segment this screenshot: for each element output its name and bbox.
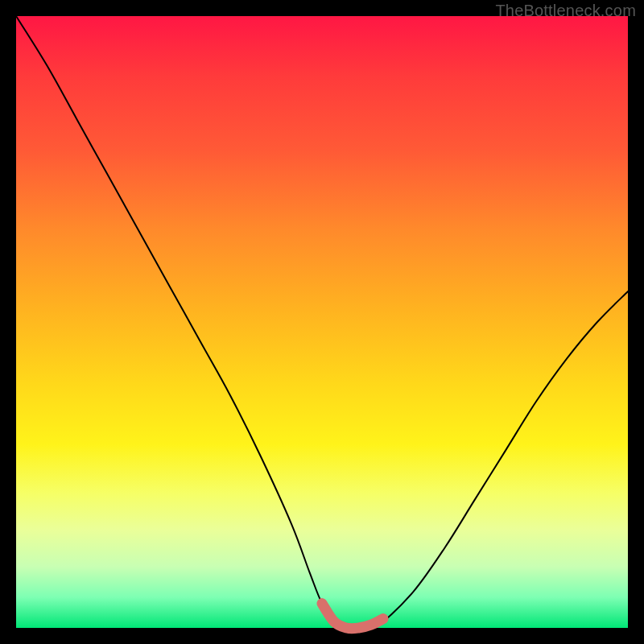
chart-svg <box>16 16 628 628</box>
plot-area <box>16 16 628 628</box>
optimal-band-path <box>322 604 383 629</box>
bottleneck-curve-path <box>16 16 628 629</box>
chart-frame: TheBottleneck.com <box>0 0 644 644</box>
watermark-text: TheBottleneck.com <box>495 2 636 20</box>
